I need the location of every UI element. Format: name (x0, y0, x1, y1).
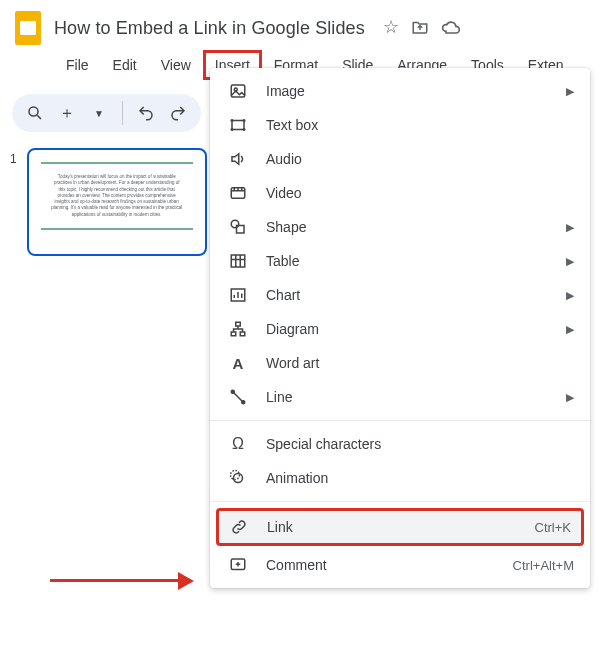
insert-line-label: Line (266, 389, 548, 405)
slides-logo[interactable] (12, 8, 44, 48)
chart-icon (228, 285, 248, 305)
insert-diagram[interactable]: Diagram ▶ (210, 312, 590, 346)
link-icon (229, 517, 249, 537)
insert-diagram-label: Diagram (266, 321, 548, 337)
menu-divider (210, 420, 590, 421)
insert-image-label: Image (266, 83, 548, 99)
insert-shape-label: Shape (266, 219, 548, 235)
wordart-icon: A (228, 353, 248, 373)
new-slide-button[interactable]: ＋ (54, 100, 80, 126)
insert-special-label: Special characters (266, 436, 574, 452)
slide-thumb-content: Today's presentation will focus on the i… (41, 166, 193, 226)
chevron-right-icon: ▶ (566, 255, 574, 268)
svg-rect-7 (231, 255, 245, 267)
insert-line[interactable]: Line ▶ (210, 380, 590, 414)
insert-link-shortcut: Ctrl+K (535, 520, 571, 535)
annotation-arrow (50, 570, 200, 590)
menu-file[interactable]: File (54, 50, 101, 80)
insert-chart[interactable]: Chart ▶ (210, 278, 590, 312)
document-title[interactable]: How to Embed a Link in Google Slides (54, 18, 365, 39)
insert-link[interactable]: Link Ctrl+K (216, 508, 584, 546)
menu-divider (210, 501, 590, 502)
slide-number: 1 (10, 148, 17, 256)
insert-animation-label: Animation (266, 470, 574, 486)
insert-textbox-label: Text box (266, 117, 574, 133)
svg-rect-9 (236, 322, 241, 326)
insert-dropdown: Image ▶ Text box Audio Video Shape ▶ Tab… (210, 68, 590, 588)
insert-video[interactable]: Video (210, 176, 590, 210)
table-icon (228, 251, 248, 271)
image-icon (228, 81, 248, 101)
chevron-right-icon: ▶ (566, 85, 574, 98)
insert-comment-label: Comment (266, 557, 495, 573)
insert-chart-label: Chart (266, 287, 548, 303)
insert-table[interactable]: Table ▶ (210, 244, 590, 278)
chevron-right-icon: ▶ (566, 391, 574, 404)
new-slide-dropdown-icon[interactable]: ▼ (86, 100, 112, 126)
insert-wordart[interactable]: A Word art (210, 346, 590, 380)
svg-rect-11 (240, 332, 245, 336)
shape-icon (228, 217, 248, 237)
slides-filmstrip: 1 Today's presentation will focus on the… (10, 148, 230, 256)
insert-video-label: Video (266, 185, 574, 201)
menu-edit[interactable]: Edit (101, 50, 149, 80)
slide-thumbnail[interactable]: 1 Today's presentation will focus on the… (10, 148, 230, 256)
audio-icon (228, 149, 248, 169)
svg-rect-1 (231, 85, 245, 97)
insert-comment[interactable]: Comment Ctrl+Alt+M (210, 548, 590, 582)
svg-point-5 (231, 220, 239, 228)
omega-icon: Ω (228, 434, 248, 454)
insert-image[interactable]: Image ▶ (210, 74, 590, 108)
animation-icon (228, 468, 248, 488)
search-icon[interactable] (22, 100, 48, 126)
textbox-icon (228, 115, 248, 135)
cloud-status-icon[interactable] (441, 18, 461, 38)
comment-icon (228, 555, 248, 575)
video-icon (228, 183, 248, 203)
chevron-right-icon: ▶ (566, 323, 574, 336)
insert-comment-shortcut: Ctrl+Alt+M (513, 558, 574, 573)
insert-audio-label: Audio (266, 151, 574, 167)
svg-rect-3 (232, 121, 244, 130)
chevron-right-icon: ▶ (566, 221, 574, 234)
insert-link-label: Link (267, 519, 517, 535)
insert-table-label: Table (266, 253, 548, 269)
redo-icon[interactable] (165, 100, 191, 126)
diagram-icon (228, 319, 248, 339)
insert-shape[interactable]: Shape ▶ (210, 210, 590, 244)
svg-rect-10 (231, 332, 236, 336)
insert-audio[interactable]: Audio (210, 142, 590, 176)
menu-view[interactable]: View (149, 50, 203, 80)
insert-special-characters[interactable]: Ω Special characters (210, 427, 590, 461)
undo-icon[interactable] (133, 100, 159, 126)
svg-point-0 (29, 107, 38, 116)
star-icon[interactable]: ☆ (383, 18, 399, 38)
chevron-right-icon: ▶ (566, 289, 574, 302)
insert-animation[interactable]: Animation (210, 461, 590, 495)
insert-textbox[interactable]: Text box (210, 108, 590, 142)
line-icon (228, 387, 248, 407)
move-folder-icon[interactable] (411, 18, 429, 38)
insert-wordart-label: Word art (266, 355, 574, 371)
